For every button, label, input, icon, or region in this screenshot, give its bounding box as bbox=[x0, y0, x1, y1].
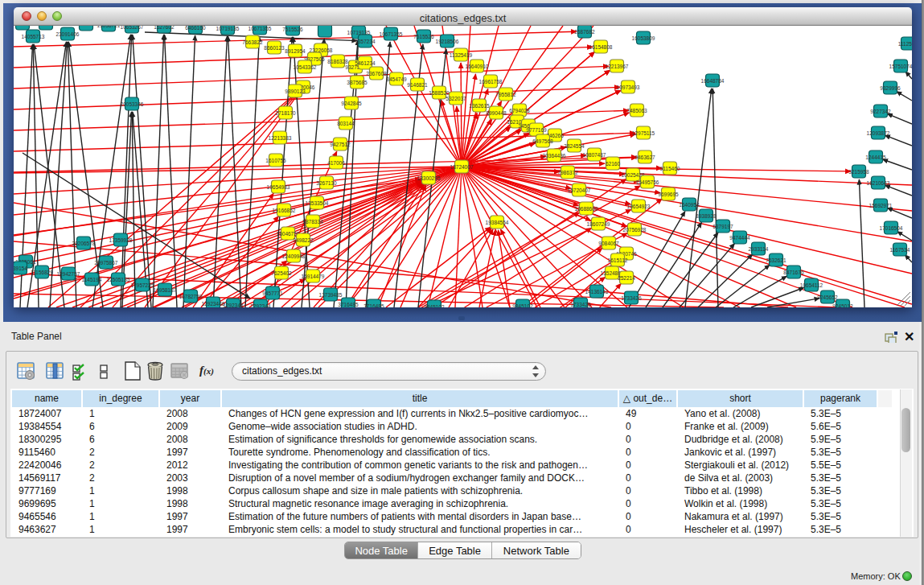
svg-text:8186328: 8186328 bbox=[327, 59, 348, 64]
svg-text:417006: 417006 bbox=[327, 160, 345, 166]
svg-text:5322037: 5322037 bbox=[446, 96, 466, 101]
svg-text:1112504: 1112504 bbox=[898, 41, 912, 47]
svg-text:3824554: 3824554 bbox=[564, 143, 585, 149]
svg-text:1244415: 1244415 bbox=[865, 154, 886, 160]
svg-text:9777169: 9777169 bbox=[526, 127, 547, 133]
svg-text:7632621: 7632621 bbox=[766, 257, 786, 263]
svg-text:16053809: 16053809 bbox=[632, 35, 655, 41]
svg-text:6466160: 6466160 bbox=[185, 26, 206, 31]
svg-text:15720407: 15720407 bbox=[568, 187, 591, 193]
svg-text:1527602: 1527602 bbox=[154, 26, 175, 30]
svg-text:3875685: 3875685 bbox=[347, 80, 368, 85]
svg-text:10973493: 10973493 bbox=[617, 84, 640, 90]
svg-text:12213967: 12213967 bbox=[606, 64, 629, 69]
svg-text:8912954: 8912954 bbox=[285, 48, 306, 54]
svg-text:1610755: 1610755 bbox=[265, 158, 286, 163]
svg-text:1615112: 1615112 bbox=[608, 257, 628, 263]
svg-text:20364436: 20364436 bbox=[543, 153, 566, 159]
svg-text:18724007: 18724007 bbox=[450, 164, 474, 170]
svg-text:9457771: 9457771 bbox=[262, 290, 283, 296]
svg-text:9329996: 9329996 bbox=[880, 85, 901, 91]
svg-text:14136141: 14136141 bbox=[585, 289, 609, 295]
svg-text:10543362: 10543362 bbox=[294, 64, 317, 70]
svg-text:19036721: 19036721 bbox=[97, 26, 121, 28]
svg-text:11156829: 11156829 bbox=[31, 270, 53, 275]
svg-text:2718170: 2718170 bbox=[275, 110, 296, 116]
svg-text:20206578: 20206578 bbox=[72, 241, 96, 246]
svg-text:12409948: 12409948 bbox=[282, 253, 306, 259]
svg-text:10719135: 10719135 bbox=[216, 26, 240, 31]
svg-text:13533504: 13533504 bbox=[306, 200, 329, 206]
svg-text:39154: 39154 bbox=[14, 266, 27, 271]
svg-text:12975115: 12975115 bbox=[632, 130, 655, 136]
svg-text:9845102: 9845102 bbox=[512, 303, 533, 308]
svg-text:3716485: 3716485 bbox=[363, 303, 384, 308]
svg-text:19166852: 19166852 bbox=[273, 208, 296, 213]
svg-text:10653267: 10653267 bbox=[121, 26, 144, 30]
svg-text:14055713: 14055713 bbox=[22, 34, 45, 39]
svg-text:19958187: 19958187 bbox=[154, 287, 177, 293]
svg-text:18300295: 18300295 bbox=[417, 175, 441, 181]
svg-text:15692971: 15692971 bbox=[869, 203, 893, 208]
svg-text:16154808: 16154808 bbox=[589, 44, 613, 50]
svg-text:16782759: 16782759 bbox=[179, 294, 203, 299]
svg-text:13739485: 13739485 bbox=[319, 292, 343, 298]
svg-text:7663822: 7663822 bbox=[242, 39, 263, 45]
svg-text:7986372: 7986372 bbox=[557, 170, 578, 175]
svg-text:7515526: 7515526 bbox=[413, 34, 434, 39]
svg-text:7625402: 7625402 bbox=[271, 270, 292, 276]
svg-text:6497568: 6497568 bbox=[532, 138, 553, 144]
svg-text:7357234: 7357234 bbox=[355, 39, 376, 44]
svg-text:1292344: 1292344 bbox=[250, 303, 271, 308]
svg-text:9115460: 9115460 bbox=[660, 166, 680, 171]
svg-text:19384554: 19384554 bbox=[486, 220, 509, 225]
svg-text:9474444: 9474444 bbox=[729, 235, 750, 241]
svg-text:16640910: 16640910 bbox=[466, 64, 489, 69]
svg-text:16961758: 16961758 bbox=[479, 79, 503, 84]
svg-text:23091406: 23091406 bbox=[56, 31, 80, 37]
svg-text:11325419: 11325419 bbox=[450, 52, 473, 58]
svg-text:12093872: 12093872 bbox=[867, 130, 890, 136]
svg-text:17957225: 17957225 bbox=[131, 282, 154, 288]
svg-text:2933114: 2933114 bbox=[749, 246, 769, 252]
svg-text:2367608: 2367608 bbox=[366, 71, 387, 76]
svg-text:17016504: 17016504 bbox=[880, 225, 903, 231]
svg-text:6879197: 6879197 bbox=[713, 224, 733, 229]
svg-text:9845102: 9845102 bbox=[424, 304, 445, 308]
svg-text:3498222: 3498222 bbox=[293, 237, 314, 243]
svg-text:9463627: 9463627 bbox=[634, 154, 655, 160]
svg-text:20053346: 20053346 bbox=[121, 101, 144, 107]
svg-text:5878334: 5878334 bbox=[302, 219, 323, 225]
svg-text:9242845: 9242845 bbox=[341, 101, 362, 106]
svg-text:20975867: 20975867 bbox=[95, 260, 118, 266]
svg-text:803144: 803144 bbox=[337, 121, 355, 126]
svg-text:9245012: 9245012 bbox=[832, 303, 853, 308]
svg-text:8660123: 8660123 bbox=[264, 45, 285, 51]
svg-text:19654923: 19654923 bbox=[627, 204, 651, 209]
svg-text:12923446: 12923446 bbox=[202, 301, 225, 307]
svg-text:12942757: 12942757 bbox=[57, 271, 80, 277]
svg-text:16495756: 16495756 bbox=[636, 179, 659, 185]
svg-text:10807487: 10807487 bbox=[583, 152, 606, 158]
svg-text:8990448: 8990448 bbox=[486, 110, 507, 116]
svg-text:1733426: 1733426 bbox=[570, 302, 591, 307]
svg-text:12505135: 12505135 bbox=[107, 277, 130, 282]
svg-text:62160: 62160 bbox=[606, 161, 620, 167]
svg-text:15751074: 15751074 bbox=[889, 64, 912, 69]
svg-text:7515526: 7515526 bbox=[282, 27, 303, 32]
svg-text:8454749: 8454749 bbox=[386, 76, 407, 82]
svg-text:3267130: 3267130 bbox=[316, 180, 337, 186]
svg-text:3716485: 3716485 bbox=[338, 302, 359, 307]
svg-text:18607249: 18607249 bbox=[587, 221, 610, 227]
svg-text:10671355: 10671355 bbox=[380, 31, 403, 37]
svg-text:1640954: 1640954 bbox=[679, 202, 700, 208]
svg-text:1292344: 1292344 bbox=[223, 303, 244, 308]
svg-text:16914479: 16914479 bbox=[302, 274, 325, 279]
svg-text:2687682: 2687682 bbox=[574, 29, 595, 35]
svg-text:8938928: 8938928 bbox=[696, 213, 717, 219]
svg-text:252214: 252214 bbox=[618, 275, 635, 281]
svg-text:1167534: 1167534 bbox=[890, 247, 910, 253]
svg-text:6794028: 6794028 bbox=[509, 108, 530, 113]
svg-text:1362615: 1362615 bbox=[469, 103, 490, 109]
svg-text:5461234: 5461234 bbox=[355, 60, 376, 66]
